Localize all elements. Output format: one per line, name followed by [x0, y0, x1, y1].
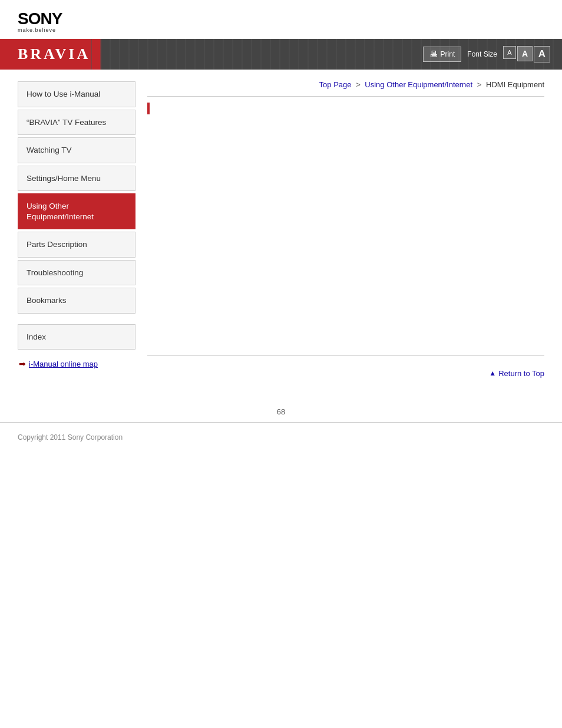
content-accent-bar: [147, 103, 150, 114]
print-icon: 🖶: [429, 50, 438, 59]
breadcrumb: Top Page > Using Other Equipment/Interne…: [147, 75, 544, 96]
return-to-top-link[interactable]: ▲ Return to Top: [489, 369, 544, 378]
breadcrumb-separator-2: >: [477, 80, 482, 89]
print-button[interactable]: 🖶 Print: [423, 47, 462, 62]
sidebar-online-map[interactable]: ➡ i-Manual online map: [18, 359, 135, 368]
font-size-label: Font Size: [467, 50, 497, 58]
bravia-title: BRAVIA: [12, 45, 90, 63]
sidebar-item-watching-tv[interactable]: Watching TV: [18, 137, 135, 163]
banner-controls: 🖶 Print Font Size A A A: [423, 46, 550, 62]
online-map-link[interactable]: i-Manual online map: [29, 360, 98, 368]
font-size-large-button[interactable]: A: [534, 46, 550, 62]
online-map-arrow-icon: ➡: [19, 359, 26, 368]
sidebar-index-group: Index: [18, 324, 135, 353]
page-number: 68: [0, 396, 562, 422]
page-content: [147, 96, 544, 332]
sony-tagline: make.believe: [18, 27, 56, 33]
return-to-top-label: Return to Top: [498, 369, 544, 378]
sony-logo: SONY make.believe: [18, 11, 62, 33]
sidebar-nav: How to Use i-Manual“BRAVIA” TV FeaturesW…: [18, 81, 135, 316]
sidebar: How to Use i-Manual“BRAVIA” TV FeaturesW…: [0, 70, 141, 396]
sidebar-item-settings-home-menu[interactable]: Settings/Home Menu: [18, 166, 135, 192]
sidebar-item-bravia-tv-features[interactable]: “BRAVIA” TV Features: [18, 110, 135, 136]
return-to-top-area: ▲ Return to Top: [147, 355, 544, 384]
font-size-small-button[interactable]: A: [503, 46, 516, 59]
breadcrumb-separator-1: >: [356, 80, 361, 89]
sidebar-item-index[interactable]: Index: [18, 324, 135, 350]
breadcrumb-current: HDMI Equipment: [486, 80, 544, 89]
breadcrumb-using-other[interactable]: Using Other Equipment/Internet: [365, 80, 472, 89]
sidebar-item-bookmarks[interactable]: Bookmarks: [18, 288, 135, 314]
bravia-banner: BRAVIA 🖶 Print Font Size A A A: [0, 39, 562, 70]
sidebar-item-using-other[interactable]: Using Other Equipment/Internet: [18, 193, 135, 229]
sony-logo-text: SONY: [18, 11, 62, 27]
content-area: Top Page > Using Other Equipment/Interne…: [141, 70, 562, 396]
breadcrumb-top-page[interactable]: Top Page: [319, 80, 352, 89]
copyright-text: Copyright 2011 Sony Corporation: [18, 433, 123, 442]
logo-area: SONY make.believe: [0, 0, 562, 39]
main-container: How to Use i-Manual“BRAVIA” TV FeaturesW…: [0, 70, 562, 396]
triangle-up-icon: ▲: [489, 369, 496, 377]
sidebar-item-how-to-use[interactable]: How to Use i-Manual: [18, 81, 135, 107]
font-size-controls: A A A: [503, 46, 550, 62]
print-label: Print: [441, 50, 455, 58]
font-size-medium-button[interactable]: A: [517, 46, 533, 61]
sidebar-item-parts-description[interactable]: Parts Description: [18, 232, 135, 258]
footer: Copyright 2011 Sony Corporation: [0, 422, 562, 452]
sidebar-item-troubleshooting[interactable]: Troubleshooting: [18, 260, 135, 286]
